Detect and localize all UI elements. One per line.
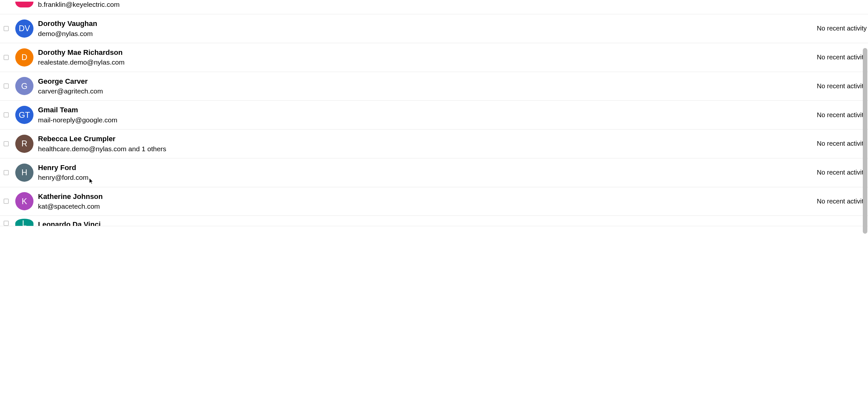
scrollbar-thumb[interactable] — [863, 48, 867, 226]
contact-row[interactable]: KKatherine Johnsonkat@spacetech.comNo re… — [0, 187, 868, 216]
activity-status: No recent activity — [817, 140, 867, 147]
contact-avatar: G — [15, 77, 33, 95]
select-contact-checkbox[interactable] — [4, 112, 9, 117]
contact-avatar: K — [15, 192, 33, 210]
contact-avatar: DV — [15, 20, 33, 38]
select-contact-checkbox[interactable] — [4, 83, 9, 89]
contact-row[interactable]: DDorothy Mae Richardsonrealestate.demo@n… — [0, 43, 868, 72]
contact-name: Katherine Johnson — [38, 192, 810, 201]
contact-avatar: H — [15, 164, 33, 182]
contact-info: George Carvercarver@agritech.com — [38, 77, 810, 96]
contact-info: Rebecca Lee Crumplerhealthcare.demo@nyla… — [38, 134, 810, 153]
contact-email: carver@agritech.com — [38, 87, 810, 95]
avatar-initials: GT — [19, 110, 30, 120]
contact-row[interactable]: GGeorge Carvercarver@agritech.comNo rece… — [0, 72, 868, 101]
contact-row[interactable]: HHenry Fordhenry@ford.comNo recent activ… — [0, 158, 868, 187]
contact-name: Dorothy Vaughan — [38, 19, 810, 28]
contact-email: demo@nylas.com — [38, 30, 810, 38]
contact-row[interactable]: GTGmail Teammail-noreply@google.comNo re… — [0, 101, 868, 130]
contact-list: Bb.franklin@keyelectric.comNo recent act… — [0, 0, 868, 226]
contact-info: Katherine Johnsonkat@spacetech.com — [38, 192, 810, 211]
contact-info: Gmail Teammail-noreply@google.com — [38, 105, 810, 124]
contact-name: Gmail Team — [38, 105, 810, 114]
contact-name: George Carver — [38, 77, 810, 86]
avatar-initials: DV — [19, 24, 30, 33]
contact-name: Leonardo Da Vinci — [38, 220, 810, 227]
activity-status: No recent activity — [817, 169, 867, 176]
contact-avatar: D — [15, 48, 33, 67]
select-contact-checkbox[interactable] — [4, 26, 9, 31]
select-contact-checkbox[interactable] — [4, 141, 9, 146]
contact-row[interactable]: RRebecca Lee Crumplerhealthcare.demo@nyl… — [0, 130, 868, 158]
contact-avatar: GT — [15, 106, 33, 124]
activity-status: No recent activity — [817, 198, 867, 205]
contact-name: Rebecca Lee Crumpler — [38, 134, 810, 143]
avatar-initials: H — [22, 168, 27, 177]
contact-avatar: R — [15, 135, 33, 153]
select-contact-checkbox[interactable] — [4, 221, 9, 226]
avatar-initials: L — [22, 219, 27, 226]
avatar-initials: K — [22, 197, 27, 206]
activity-status: No recent activity — [817, 111, 867, 119]
activity-status: No recent activity — [817, 82, 867, 90]
activity-status: No recent activity — [817, 25, 867, 32]
contact-row[interactable]: LLeonardo Da VinciNo recent activity — [0, 216, 868, 226]
contact-info: Henry Fordhenry@ford.com — [38, 163, 810, 182]
contact-email: mail-noreply@google.com — [38, 116, 810, 124]
select-contact-checkbox[interactable] — [4, 199, 9, 204]
contact-info: b.franklin@keyelectric.com — [38, 0, 810, 9]
select-contact-checkbox[interactable] — [4, 55, 9, 60]
contact-avatar: B — [15, 2, 33, 7]
contact-row[interactable]: DVDorothy Vaughandemo@nylas.comNo recent… — [0, 14, 868, 43]
contact-email: realestate.demo@nylas.com — [38, 58, 810, 67]
avatar-initials: G — [21, 81, 27, 91]
contact-info: Dorothy Vaughandemo@nylas.com — [38, 19, 810, 38]
avatar-initials: D — [22, 53, 27, 62]
contact-avatar: L — [15, 219, 33, 226]
contact-info: Leonardo Da Vinci — [38, 219, 810, 227]
contact-email: healthcare.demo@nylas.com and 1 others — [38, 145, 810, 153]
contact-row[interactable]: Bb.franklin@keyelectric.comNo recent act… — [0, 0, 868, 14]
contact-name: Henry Ford — [38, 163, 810, 172]
contact-email: henry@ford.com — [38, 173, 810, 182]
activity-status: No recent activity — [817, 54, 867, 61]
contact-email: kat@spacetech.com — [38, 202, 810, 211]
contact-name: Dorothy Mae Richardson — [38, 48, 810, 57]
contact-email: b.franklin@keyelectric.com — [38, 0, 810, 9]
select-contact-checkbox[interactable] — [4, 170, 9, 175]
contact-info: Dorothy Mae Richardsonrealestate.demo@ny… — [38, 48, 810, 67]
scrollbar-track[interactable] — [863, 0, 867, 226]
avatar-initials: R — [22, 139, 27, 148]
